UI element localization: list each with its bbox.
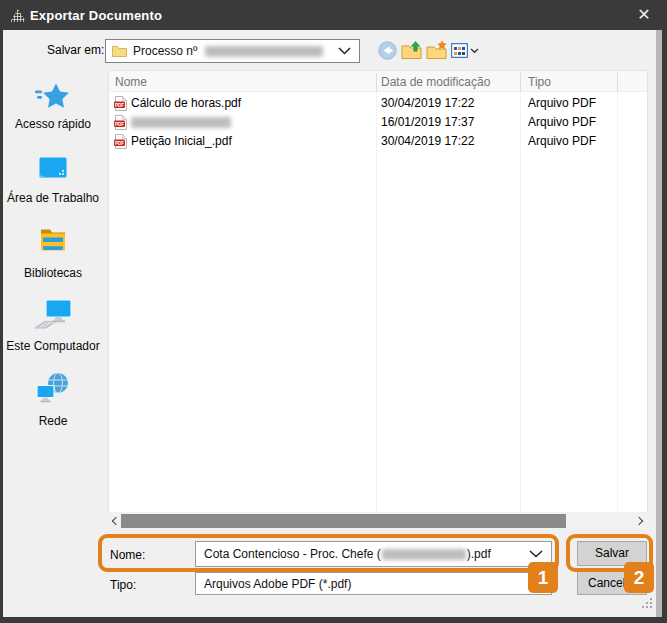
column-grid-line [617, 92, 618, 512]
redacted-location-text [205, 46, 323, 57]
annotation-highlight-filename [98, 534, 559, 572]
table-row[interactable]: PDF Cálculo de horas.pdf 30/04/2019 17:2… [109, 94, 647, 113]
svg-text:PDF: PDF [115, 103, 124, 108]
file-modified-date: 30/04/2019 17:22 [381, 94, 474, 113]
column-separator[interactable] [617, 73, 618, 91]
this-pc-icon [34, 299, 72, 332]
folder-icon [112, 45, 127, 57]
redacted-file-name [131, 117, 231, 128]
file-type: Arquivo PDF [528, 132, 596, 151]
column-separator[interactable] [520, 73, 521, 91]
table-row[interactable]: PDF Petição Inicial_.pdf 30/04/2019 17:2… [109, 132, 647, 151]
save-in-label: Salvar em: [47, 43, 104, 57]
sidebar-item-label: Rede [39, 414, 68, 428]
scroll-left-icon[interactable] [112, 517, 120, 525]
view-menu-chevron-icon[interactable] [470, 48, 479, 54]
desktop-icon [38, 156, 68, 180]
pdf-file-icon: PDF [114, 115, 127, 130]
column-header-name[interactable]: Nome [115, 75, 147, 89]
dialog-title: Exportar Documento [30, 8, 162, 23]
sidebar-item-network[interactable]: Rede [2, 372, 104, 428]
export-document-dialog: Exportar Documento ✕ Salvar em: Processo… [0, 0, 667, 623]
file-type: Arquivo PDF [528, 94, 596, 113]
file-name: Cálculo de horas.pdf [131, 94, 241, 113]
sidebar-item-libraries[interactable]: Bibliotecas [2, 226, 104, 280]
sidebar-item-quick-access[interactable]: Acesso rápido [2, 82, 104, 131]
sidebar-item-label: Área de Trabalho [7, 191, 99, 205]
sidebar-item-this-pc[interactable]: Este Computador [2, 299, 104, 353]
sidebar-item-desktop[interactable]: Área de Trabalho [2, 156, 104, 205]
sidebar-item-label: Acesso rápido [15, 117, 91, 131]
annotation-badge-2: 2 [624, 562, 654, 593]
back-icon[interactable] [378, 41, 397, 60]
view-menu-icon[interactable] [451, 43, 468, 58]
pdf-file-icon: PDF [114, 96, 127, 111]
sidebar-item-label: Bibliotecas [24, 266, 82, 280]
save-location-combobox[interactable]: Processo nº [105, 39, 360, 63]
acrobat-app-icon [10, 9, 26, 22]
resize-grip[interactable] [640, 596, 642, 598]
chevron-down-icon [338, 47, 351, 55]
horizontal-scrollbar[interactable] [108, 512, 648, 530]
table-row[interactable]: PDF 16/01/2019 17:37 Arquivo PDF [109, 113, 647, 132]
file-modified-date: 30/04/2019 17:22 [381, 132, 474, 151]
column-grid-line [520, 92, 521, 512]
column-grid-line [376, 92, 377, 512]
save-location-text: Processo nº [133, 44, 197, 58]
sidebar-item-label: Este Computador [6, 339, 99, 353]
file-type: Arquivo PDF [528, 113, 596, 132]
file-modified-date: 16/01/2019 17:37 [381, 113, 474, 132]
pdf-file-icon: PDF [114, 134, 127, 149]
file-type-label: Tipo: [110, 578, 136, 592]
close-icon[interactable]: ✕ [633, 5, 655, 25]
up-one-level-icon[interactable] [401, 41, 422, 60]
scrollbar-thumb[interactable] [121, 514, 566, 528]
title-bar: Exportar Documento ✕ [0, 0, 667, 30]
libraries-icon [39, 226, 67, 253]
window-edge-strip [656, 30, 662, 617]
column-header-type[interactable]: Tipo [528, 75, 551, 89]
file-list-header: Nome Data de modificação Tipo [109, 71, 647, 92]
file-list: Nome Data de modificação Tipo PDF Cálcul… [108, 70, 648, 513]
file-type-field[interactable]: Arquivos Adobe PDF (*.pdf) [195, 572, 552, 595]
quick-access-star-icon [35, 82, 71, 112]
column-header-modified[interactable]: Data de modificação [381, 75, 490, 89]
column-separator[interactable] [376, 73, 377, 91]
new-folder-icon[interactable] [426, 41, 447, 60]
svg-text:PDF: PDF [115, 141, 124, 146]
file-name: Petição Inicial_.pdf [131, 132, 232, 151]
annotation-badge-1: 1 [528, 562, 558, 593]
network-icon [36, 372, 70, 407]
scroll-right-icon[interactable] [635, 517, 643, 525]
svg-text:PDF: PDF [115, 122, 124, 127]
